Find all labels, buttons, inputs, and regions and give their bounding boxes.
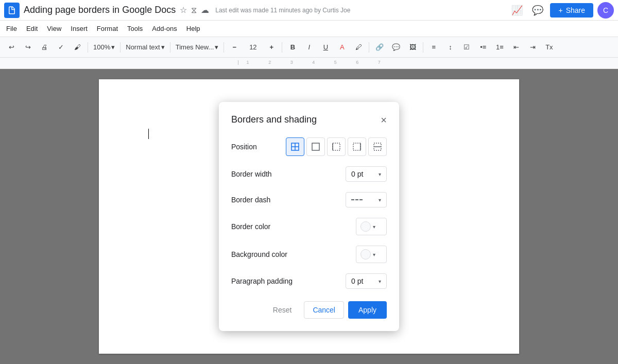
clear-formatting-button[interactable]: Tx <box>542 40 556 55</box>
menu-insert[interactable]: Insert <box>66 23 92 34</box>
underline-button[interactable]: U <box>318 40 333 55</box>
cancel-button[interactable]: Cancel <box>304 301 344 319</box>
background-color-button[interactable]: ▾ <box>356 246 387 263</box>
menu-edit[interactable]: Edit <box>22 23 42 34</box>
title-icons: ☆ ⧖ ☁ <box>180 5 209 15</box>
menu-addons[interactable]: Add-ons <box>148 23 181 34</box>
font-value: Times New... <box>176 43 214 51</box>
indent-more-button[interactable]: ⇥ <box>525 40 540 55</box>
toolbar-divider-5 <box>282 42 282 53</box>
image-button[interactable]: 🖼 <box>405 40 420 55</box>
position-between-borders[interactable] <box>368 137 387 156</box>
paragraph-padding-row: Paragraph padding 0 pt ▾ <box>231 273 387 289</box>
position-no-borders[interactable] <box>306 137 325 156</box>
paragraph-padding-dropdown[interactable]: 0 pt ▾ <box>346 273 387 289</box>
new-button[interactable]: + Share <box>550 3 593 18</box>
bold-button[interactable]: B <box>285 40 300 55</box>
font-size-value: 12 <box>249 43 256 51</box>
align-button[interactable]: ≡ <box>426 40 441 55</box>
toolbar-divider-1 <box>88 42 88 53</box>
border-width-label: Border width <box>231 170 272 178</box>
toolbar-divider-3 <box>170 42 170 53</box>
position-row: Position <box>231 137 387 156</box>
comments-icon[interactable]: 💬 <box>529 2 546 19</box>
border-width-row: Border width 0 pt ▾ <box>231 166 387 182</box>
border-dash-arrow: ▾ <box>379 197 381 203</box>
comment-button[interactable]: 💬 <box>389 40 403 55</box>
link-button[interactable]: 🔗 <box>372 40 387 55</box>
dialog-header: Borders and shading × <box>231 114 387 125</box>
doc-area: Borders and shading × Position <box>0 69 618 364</box>
share-label: Share <box>566 6 585 14</box>
font-size-select[interactable]: 12 <box>244 40 262 55</box>
menu-file[interactable]: File <box>2 23 21 34</box>
search-icon[interactable]: 📈 <box>509 2 525 19</box>
topbar: Adding page borders in Google Docs ☆ ⧖ ☁… <box>0 0 618 21</box>
undo-button[interactable]: ↩ <box>4 40 19 55</box>
border-dash-label: Border dash <box>231 196 270 204</box>
border-color-button[interactable]: ▾ <box>356 218 387 235</box>
bullet-list-button[interactable]: •≡ <box>476 40 490 55</box>
numbered-list-button[interactable]: 1≡ <box>492 40 507 55</box>
redo-button[interactable]: ↪ <box>21 40 35 55</box>
highlight-button[interactable]: 🖊 <box>351 40 366 55</box>
dialog-title: Borders and shading <box>231 114 317 125</box>
style-select[interactable]: Normal text ▾ <box>124 40 166 55</box>
border-color-label: Border color <box>231 222 270 231</box>
position-all-borders[interactable] <box>286 137 304 156</box>
background-color-swatch <box>360 249 371 259</box>
apply-button[interactable]: Apply <box>348 301 387 319</box>
star-icon[interactable]: ☆ <box>180 5 187 15</box>
spellcheck-button[interactable]: ✓ <box>54 40 68 55</box>
menu-tools[interactable]: Tools <box>123 23 147 34</box>
background-color-arrow: ▾ <box>373 252 375 257</box>
font-size-plus-button[interactable]: + <box>264 40 279 55</box>
font-arrow: ▾ <box>215 43 218 51</box>
dialog-overlay: Borders and shading × Position <box>0 69 618 364</box>
background-color-row: Background color ▾ <box>231 246 387 263</box>
border-dash-preview <box>351 196 366 204</box>
zoom-select[interactable]: 100% ▾ <box>91 40 117 55</box>
cloud-icon[interactable]: ☁ <box>201 5 209 15</box>
dialog-footer: Reset Cancel Apply <box>231 301 387 319</box>
reset-button[interactable]: Reset <box>265 301 300 319</box>
line-spacing-button[interactable]: ↕ <box>443 40 457 55</box>
border-width-dropdown[interactable]: 0 pt ▾ <box>346 166 387 182</box>
new-icon: + <box>558 6 562 14</box>
position-right-border[interactable] <box>348 137 366 156</box>
history-icon[interactable]: ⧖ <box>191 6 197 15</box>
doc-title: Adding page borders in Google Docs <box>24 5 176 15</box>
menu-format[interactable]: Format <box>93 23 122 34</box>
border-color-arrow: ▾ <box>373 224 375 230</box>
menu-help[interactable]: Help <box>182 23 204 34</box>
menu-view[interactable]: View <box>43 23 65 34</box>
toolbar: ↩ ↪ 🖨 ✓ 🖌 100% ▾ Normal text ▾ Times New… <box>0 37 618 58</box>
menubar: File Edit View Insert Format Tools Add-o… <box>0 21 618 37</box>
border-dash-row: Border dash ▾ <box>231 192 387 207</box>
italic-button[interactable]: I <box>302 40 316 55</box>
border-color-swatch <box>360 221 371 232</box>
avatar[interactable]: C <box>597 2 614 19</box>
position-left-border[interactable] <box>327 137 346 156</box>
paragraph-padding-arrow: ▾ <box>379 279 381 284</box>
border-dash-dropdown[interactable]: ▾ <box>346 192 387 207</box>
style-arrow: ▾ <box>161 43 165 51</box>
indent-less-button[interactable]: ⇤ <box>509 40 523 55</box>
ruler: | 1 2 3 4 5 6 7 <box>0 58 618 69</box>
border-width-value: 0 pt <box>351 170 363 178</box>
paragraph-padding-label: Paragraph padding <box>231 277 293 285</box>
checklist-button[interactable]: ☑ <box>459 40 474 55</box>
zoom-arrow: ▾ <box>111 43 115 51</box>
print-button[interactable]: 🖨 <box>37 40 52 55</box>
position-label: Position <box>231 143 257 151</box>
toolbar-divider-7 <box>423 42 423 53</box>
topbar-right: 📈 💬 + Share C <box>509 2 614 19</box>
font-select[interactable]: Times New... ▾ <box>174 40 221 55</box>
border-color-row: Border color ▾ <box>231 218 387 235</box>
dialog-close-button[interactable]: × <box>381 115 387 125</box>
zoom-value: 100% <box>93 43 110 51</box>
paintformat-button[interactable]: 🖌 <box>70 40 84 55</box>
font-size-minus-button[interactable]: − <box>227 40 242 55</box>
autosave-text: Last edit was made 11 minutes ago by Cur… <box>215 7 505 14</box>
text-color-button[interactable]: A <box>335 40 349 55</box>
